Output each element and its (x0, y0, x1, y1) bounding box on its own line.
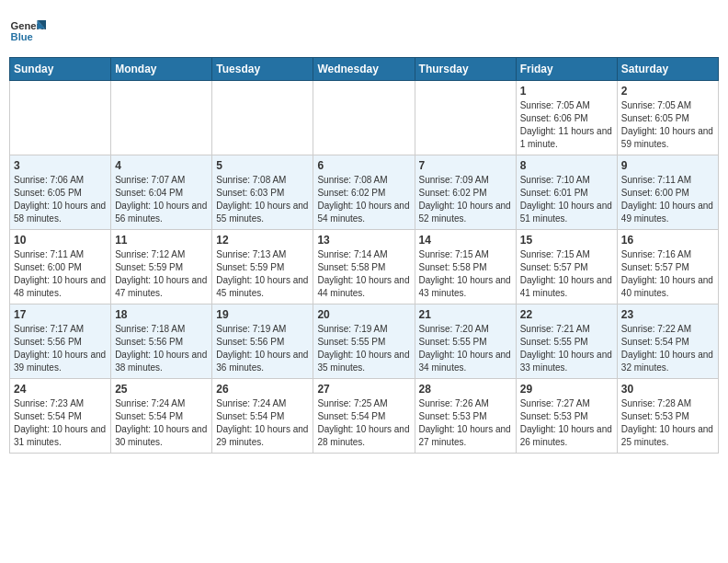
day-number: 6 (317, 159, 410, 172)
day-number: 27 (317, 383, 410, 396)
weekday-header-wednesday: Wednesday (313, 58, 415, 81)
day-number: 2 (621, 85, 714, 98)
day-number: 21 (419, 308, 512, 321)
day-number: 28 (419, 383, 512, 396)
day-info: Sunrise: 7:21 AM Sunset: 5:55 PM Dayligh… (520, 323, 613, 374)
day-info: Sunrise: 7:15 AM Sunset: 5:57 PM Dayligh… (520, 248, 613, 300)
calendar-cell: 29Sunrise: 7:27 AM Sunset: 5:53 PM Dayli… (516, 379, 617, 454)
day-number: 10 (14, 234, 107, 247)
day-number: 5 (216, 159, 309, 172)
day-info: Sunrise: 7:19 AM Sunset: 5:56 PM Dayligh… (216, 323, 309, 374)
day-number: 17 (14, 308, 107, 321)
calendar-cell (212, 81, 313, 155)
day-number: 1 (520, 85, 613, 98)
day-number: 19 (216, 308, 309, 321)
day-info: Sunrise: 7:19 AM Sunset: 5:55 PM Dayligh… (317, 323, 410, 374)
weekday-header-friday: Friday (516, 58, 617, 81)
calendar-cell: 19Sunrise: 7:19 AM Sunset: 5:56 PM Dayli… (212, 304, 313, 379)
day-info: Sunrise: 7:13 AM Sunset: 5:59 PM Dayligh… (216, 248, 309, 300)
day-number: 29 (520, 383, 613, 396)
svg-text:Blue: Blue (11, 31, 33, 42)
day-number: 23 (621, 308, 714, 321)
calendar-cell: 26Sunrise: 7:24 AM Sunset: 5:54 PM Dayli… (212, 379, 313, 454)
logo: General Blue (9, 13, 50, 50)
day-info: Sunrise: 7:12 AM Sunset: 5:59 PM Dayligh… (115, 248, 208, 300)
day-number: 7 (419, 159, 512, 172)
calendar-cell: 17Sunrise: 7:17 AM Sunset: 5:56 PM Dayli… (10, 304, 111, 379)
calendar-cell: 16Sunrise: 7:16 AM Sunset: 5:57 PM Dayli… (617, 230, 718, 304)
weekday-header-sunday: Sunday (10, 58, 111, 81)
day-info: Sunrise: 7:22 AM Sunset: 5:54 PM Dayligh… (621, 323, 714, 374)
day-info: Sunrise: 7:08 AM Sunset: 6:03 PM Dayligh… (216, 174, 309, 225)
day-info: Sunrise: 7:28 AM Sunset: 5:53 PM Dayligh… (621, 397, 714, 449)
calendar-cell: 25Sunrise: 7:24 AM Sunset: 5:54 PM Dayli… (111, 379, 212, 454)
calendar-cell: 8Sunrise: 7:10 AM Sunset: 6:01 PM Daylig… (516, 155, 617, 230)
calendar-cell: 30Sunrise: 7:28 AM Sunset: 5:53 PM Dayli… (617, 379, 718, 454)
calendar-cell: 21Sunrise: 7:20 AM Sunset: 5:55 PM Dayli… (415, 304, 516, 379)
logo-icon: General Blue (9, 13, 46, 50)
day-number: 12 (216, 234, 309, 247)
weekday-header-monday: Monday (111, 58, 212, 81)
calendar-cell (415, 81, 516, 155)
day-info: Sunrise: 7:25 AM Sunset: 5:54 PM Dayligh… (317, 397, 410, 449)
day-info: Sunrise: 7:11 AM Sunset: 6:00 PM Dayligh… (621, 174, 714, 225)
day-info: Sunrise: 7:05 AM Sunset: 6:05 PM Dayligh… (621, 99, 714, 151)
day-number: 25 (115, 383, 208, 396)
day-info: Sunrise: 7:07 AM Sunset: 6:04 PM Dayligh… (115, 174, 208, 225)
day-info: Sunrise: 7:24 AM Sunset: 5:54 PM Dayligh… (115, 397, 208, 449)
day-info: Sunrise: 7:18 AM Sunset: 5:56 PM Dayligh… (115, 323, 208, 374)
day-number: 15 (520, 234, 613, 247)
calendar-cell: 20Sunrise: 7:19 AM Sunset: 5:55 PM Dayli… (313, 304, 415, 379)
calendar-cell: 28Sunrise: 7:26 AM Sunset: 5:53 PM Dayli… (415, 379, 516, 454)
calendar-header-row: SundayMondayTuesdayWednesdayThursdayFrid… (10, 58, 719, 81)
day-info: Sunrise: 7:17 AM Sunset: 5:56 PM Dayligh… (14, 323, 107, 374)
day-number: 16 (621, 234, 714, 247)
calendar-week-row: 17Sunrise: 7:17 AM Sunset: 5:56 PM Dayli… (10, 304, 719, 379)
day-info: Sunrise: 7:05 AM Sunset: 6:06 PM Dayligh… (520, 99, 613, 151)
calendar-cell: 7Sunrise: 7:09 AM Sunset: 6:02 PM Daylig… (415, 155, 516, 230)
day-number: 8 (520, 159, 613, 172)
day-number: 20 (317, 308, 410, 321)
calendar-week-row: 10Sunrise: 7:11 AM Sunset: 6:00 PM Dayli… (10, 230, 719, 304)
calendar-cell: 2Sunrise: 7:05 AM Sunset: 6:05 PM Daylig… (617, 81, 718, 155)
calendar-table: SundayMondayTuesdayWednesdayThursdayFrid… (9, 57, 719, 454)
calendar-cell: 22Sunrise: 7:21 AM Sunset: 5:55 PM Dayli… (516, 304, 617, 379)
day-number: 11 (115, 234, 208, 247)
calendar-cell: 23Sunrise: 7:22 AM Sunset: 5:54 PM Dayli… (617, 304, 718, 379)
day-info: Sunrise: 7:20 AM Sunset: 5:55 PM Dayligh… (419, 323, 512, 374)
day-number: 9 (621, 159, 714, 172)
calendar-cell: 3Sunrise: 7:06 AM Sunset: 6:05 PM Daylig… (10, 155, 111, 230)
calendar-week-row: 24Sunrise: 7:23 AM Sunset: 5:54 PM Dayli… (10, 379, 719, 454)
calendar-cell (313, 81, 415, 155)
day-number: 26 (216, 383, 309, 396)
day-info: Sunrise: 7:09 AM Sunset: 6:02 PM Dayligh… (419, 174, 512, 225)
day-info: Sunrise: 7:16 AM Sunset: 5:57 PM Dayligh… (621, 248, 714, 300)
day-number: 4 (115, 159, 208, 172)
weekday-header-tuesday: Tuesday (212, 58, 313, 81)
day-info: Sunrise: 7:10 AM Sunset: 6:01 PM Dayligh… (520, 174, 613, 225)
day-number: 14 (419, 234, 512, 247)
day-number: 24 (14, 383, 107, 396)
calendar-cell: 5Sunrise: 7:08 AM Sunset: 6:03 PM Daylig… (212, 155, 313, 230)
calendar-week-row: 3Sunrise: 7:06 AM Sunset: 6:05 PM Daylig… (10, 155, 719, 230)
day-info: Sunrise: 7:11 AM Sunset: 6:00 PM Dayligh… (14, 248, 107, 300)
day-info: Sunrise: 7:24 AM Sunset: 5:54 PM Dayligh… (216, 397, 309, 449)
calendar-cell (10, 81, 111, 155)
day-number: 3 (14, 159, 107, 172)
calendar-cell: 15Sunrise: 7:15 AM Sunset: 5:57 PM Dayli… (516, 230, 617, 304)
day-number: 22 (520, 308, 613, 321)
weekday-header-thursday: Thursday (415, 58, 516, 81)
calendar-cell: 1Sunrise: 7:05 AM Sunset: 6:06 PM Daylig… (516, 81, 617, 155)
calendar-cell: 27Sunrise: 7:25 AM Sunset: 5:54 PM Dayli… (313, 379, 415, 454)
calendar-cell: 6Sunrise: 7:08 AM Sunset: 6:02 PM Daylig… (313, 155, 415, 230)
day-info: Sunrise: 7:14 AM Sunset: 5:58 PM Dayligh… (317, 248, 410, 300)
day-info: Sunrise: 7:15 AM Sunset: 5:58 PM Dayligh… (419, 248, 512, 300)
calendar-week-row: 1Sunrise: 7:05 AM Sunset: 6:06 PM Daylig… (10, 81, 719, 155)
calendar-cell: 14Sunrise: 7:15 AM Sunset: 5:58 PM Dayli… (415, 230, 516, 304)
calendar-cell (111, 81, 212, 155)
day-info: Sunrise: 7:27 AM Sunset: 5:53 PM Dayligh… (520, 397, 613, 449)
calendar-cell: 12Sunrise: 7:13 AM Sunset: 5:59 PM Dayli… (212, 230, 313, 304)
calendar-cell: 4Sunrise: 7:07 AM Sunset: 6:04 PM Daylig… (111, 155, 212, 230)
calendar-cell: 24Sunrise: 7:23 AM Sunset: 5:54 PM Dayli… (10, 379, 111, 454)
day-info: Sunrise: 7:06 AM Sunset: 6:05 PM Dayligh… (14, 174, 107, 225)
